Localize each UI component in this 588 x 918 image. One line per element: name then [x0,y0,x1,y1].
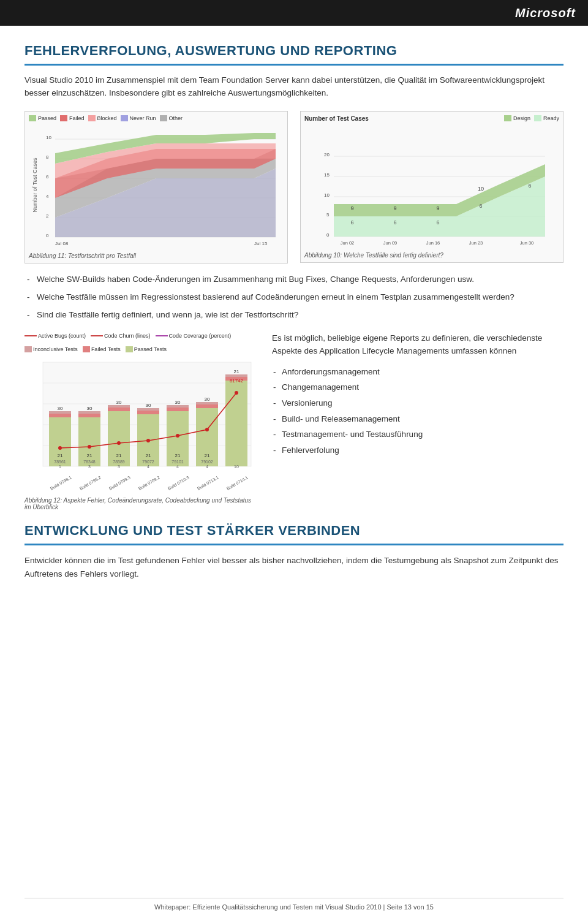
svg-text:30: 30 [116,400,122,405]
svg-rect-72 [196,404,218,408]
legend-ready-label: Ready [543,115,559,121]
svg-text:2: 2 [46,213,49,219]
section2-text: Entwickler können die im Test gefundenen… [24,554,564,580]
svg-text:6: 6 [46,174,49,180]
bullet-3: Sind die Testfälle fertig definiert, und… [24,309,564,322]
svg-rect-55 [78,417,100,466]
legend-other-color [160,115,167,121]
svg-text:30: 30 [175,400,181,405]
main-title: FEHLERVERFOLUNG, AUSWERTUNG UND REPORTIN… [24,43,564,66]
svg-rect-69 [167,405,189,408]
svg-text:Jun 30: Jun 30 [520,240,534,246]
svg-text:9: 9 [393,205,396,211]
legend-passed-color [29,115,36,121]
chart1-caption: Abbildung 11: Testfortschritt pro Testfa… [29,252,284,259]
legend-neverrun-color [121,115,128,121]
section2-title: ENTWICKLUNG UND TEST STÄRKER VERBINDEN [24,523,564,545]
svg-rect-73 [196,402,218,404]
svg-text:79072: 79072 [142,460,154,464]
header-bar: Microsoft [0,0,588,26]
intro-text: Visual Studio 2010 im Zusammenspiel mit … [24,74,564,100]
svg-text:21: 21 [87,453,92,458]
svg-text:21: 21 [116,453,122,458]
svg-text:Build 0710.3: Build 0710.3 [167,476,190,491]
svg-text:10: 10 [324,192,330,198]
svg-text:6: 6 [350,219,353,226]
charts-row: Passed Failed Blocked Never Run [24,111,564,264]
svg-text:6: 6 [436,219,439,226]
legend-passed: Passed [29,115,56,121]
reports-text-section: Es ist möglich, beliebige eigene Reports… [272,332,564,460]
list-item-4: Build- und Releasemanagement [272,412,564,426]
bottom-section: Active Bugs (count) Code Churn (lines) C… [24,332,564,511]
list-item-3: Versionierung [272,396,564,410]
chart3-svg: 30 30 30 30 [24,356,257,491]
chart1-svg: Number of Test Cases 0 2 4 6 8 10 [29,124,284,246]
svg-text:Build 0799.3: Build 0799.3 [108,476,131,491]
legend-other: Other [160,115,183,121]
svg-rect-61 [108,405,130,408]
legend-blocked: Blocked [88,115,117,121]
legend-failed-color [60,115,67,121]
svg-text:Jun 23: Jun 23 [469,240,483,246]
svg-text:9: 9 [350,205,353,211]
svg-rect-60 [108,408,130,411]
reports-intro: Es ist möglich, beliebige eigene Reports… [272,332,564,358]
svg-rect-52 [49,414,71,417]
svg-point-83 [176,434,179,438]
chart3-caption: Abbildung 12: Aspekte Fehler, Codeänderu… [24,497,257,510]
svg-text:10: 10 [46,135,51,140]
svg-text:0: 0 [46,233,49,238]
chart2-title: Number of Test Cases [304,115,369,122]
svg-text:Jul 08: Jul 08 [55,241,69,246]
svg-point-79 [58,446,62,450]
svg-text:10: 10 [234,465,239,469]
svg-text:Jun 16: Jun 16 [426,240,440,246]
svg-rect-56 [78,414,100,417]
legend-neverrun: Never Run [121,115,156,121]
list-item-5: Testmanagement- und Testausführung [272,428,564,441]
svg-text:78348: 78348 [83,460,96,464]
svg-text:21: 21 [234,369,239,374]
svg-text:81742: 81742 [230,378,244,384]
svg-rect-57 [78,411,100,414]
svg-text:Build 0713.1: Build 0713.1 [197,476,219,491]
svg-rect-65 [137,408,159,411]
bullets-section: Welche SW-Builds haben Code-Änderungen i… [24,273,564,322]
svg-text:Build 0714.1: Build 0714.1 [226,476,249,491]
chart1-legend: Passed Failed Blocked Never Run [29,115,284,121]
svg-text:15: 15 [324,172,330,178]
svg-text:4: 4 [147,465,149,469]
svg-rect-64 [137,411,159,414]
svg-text:9: 9 [436,205,439,211]
page-wrapper: Microsoft FEHLERVERFOLUNG, AUSWERTUNG UN… [0,0,588,918]
svg-text:6: 6 [393,219,396,226]
svg-text:78961: 78961 [54,460,66,464]
svg-text:10: 10 [478,186,484,192]
page-footer: Whitepaper: Effiziente Qualitätssicherun… [24,898,564,911]
legend-ready: Ready [534,115,559,121]
svg-text:Build 0798.1: Build 0798.1 [50,476,72,491]
main-content: FEHLERVERFOLUNG, AUSWERTUNG UND REPORTIN… [0,26,588,599]
svg-text:30: 30 [87,406,92,411]
svg-point-85 [235,391,238,395]
svg-text:21: 21 [146,453,151,458]
microsoft-logo: Microsoft [515,6,576,20]
legend-passed-label: Passed [38,115,56,121]
legend-design-label: Design [513,115,530,121]
svg-text:6: 6 [528,183,531,189]
svg-text:3: 3 [118,465,120,469]
svg-text:78589: 78589 [113,460,125,464]
svg-point-84 [205,428,209,431]
chart2-legend: Design Ready [504,115,559,121]
legend-neverrun-label: Never Run [130,115,156,121]
svg-text:4: 4 [176,465,179,469]
legend-other-label: Other [169,115,183,121]
svg-text:30: 30 [58,406,63,411]
list-item-2: Changemanagement [272,381,564,394]
svg-text:30: 30 [205,396,210,402]
svg-point-82 [146,439,150,442]
svg-text:Jun 09: Jun 09 [383,240,398,246]
chart3-container: Active Bugs (count) Code Churn (lines) C… [24,332,257,511]
svg-text:0: 0 [326,232,330,238]
